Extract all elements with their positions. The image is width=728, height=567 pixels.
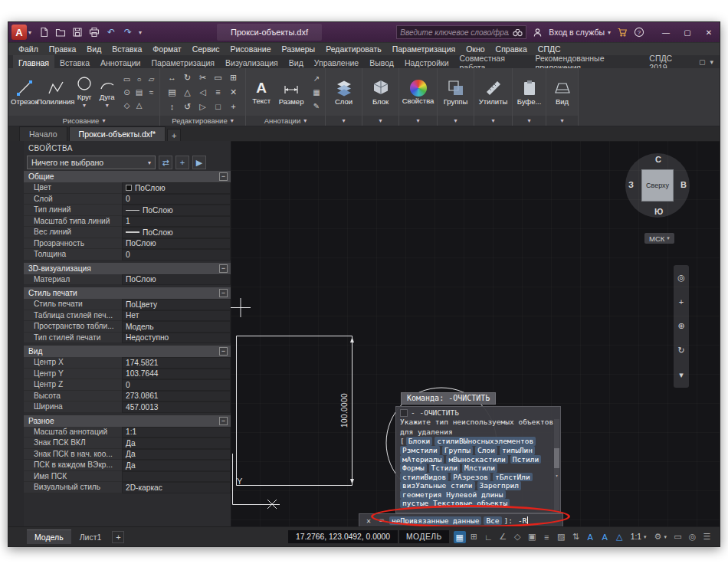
tab-annotate[interactable]: Аннотации bbox=[95, 55, 146, 68]
block-button[interactable]: Блок bbox=[365, 70, 396, 114]
command-option[interactable]: Зарегприл bbox=[477, 481, 521, 490]
collapse-icon[interactable]: − bbox=[219, 417, 228, 425]
grid-icon[interactable]: ▦ bbox=[454, 531, 466, 543]
explode-tool-icon[interactable]: ▷ bbox=[195, 100, 210, 113]
view-panel-label[interactable]: ▾ bbox=[546, 116, 578, 126]
property-row[interactable]: Знак ПСК в нач. коо... Да bbox=[24, 449, 231, 460]
command-option[interactable]: Группы bbox=[442, 446, 473, 455]
viewcube-east[interactable]: В bbox=[680, 180, 687, 189]
layout-tab-list1[interactable]: Лист1 bbox=[72, 530, 110, 544]
clipboard-panel-label[interactable]: ▾ bbox=[513, 116, 546, 126]
property-row[interactable]: Имя ПСК bbox=[24, 471, 231, 483]
orbit-icon[interactable]: ↻ bbox=[677, 346, 684, 356]
circle-tool-button[interactable]: Круг ▾ bbox=[74, 70, 96, 114]
select-objects-icon[interactable]: + bbox=[175, 156, 189, 169]
chevron-down-icon[interactable]: ▾ bbox=[106, 102, 109, 110]
isolate-objects-icon[interactable]: ◎ bbox=[686, 532, 699, 542]
menu-view[interactable]: Вид bbox=[81, 43, 107, 55]
tab-output[interactable]: Вывод bbox=[364, 55, 399, 68]
layers-panel-label[interactable]: ▾ bbox=[326, 116, 362, 126]
command-option[interactable]: Млстили bbox=[462, 464, 497, 473]
modify-panel-label[interactable]: Редактирование ▾ bbox=[160, 116, 245, 126]
zoom-icon[interactable]: ⊕ bbox=[677, 321, 684, 331]
clipboard-button[interactable]: Буфе... bbox=[515, 70, 543, 114]
groups-button[interactable]: Группы bbox=[440, 70, 471, 114]
collapse-icon[interactable]: − bbox=[219, 264, 228, 273]
drawing-canvas[interactable]: Y 100.0000 Сверху С З В Ю МСК ▾ ◎ + ⊕ ↻ bbox=[231, 141, 720, 526]
polar-icon[interactable]: ∠ bbox=[497, 532, 510, 542]
ortho-icon[interactable]: ∟ bbox=[482, 533, 495, 542]
chevron-down-icon[interactable]: ▾ bbox=[83, 102, 86, 110]
command-option[interactable]: Тстили bbox=[429, 464, 460, 473]
tab-featured-apps[interactable]: Рекомендованные приложения bbox=[530, 55, 644, 68]
tab-spds[interactable]: СПДС 2019 bbox=[644, 55, 693, 68]
collapse-icon[interactable]: − bbox=[219, 172, 228, 181]
collapse-icon[interactable]: − bbox=[219, 289, 228, 297]
rectangle-tool-icon[interactable]: ▭ bbox=[121, 73, 133, 85]
app-menu-button[interactable]: A ▾ bbox=[11, 25, 31, 40]
navigation-wheel-icon[interactable]: ◎ bbox=[677, 273, 685, 283]
quick-select-icon[interactable]: ▶ bbox=[192, 156, 206, 169]
navbar-more-icon[interactable]: ▾ bbox=[679, 370, 684, 380]
property-row[interactable]: Тип стилей печати Недоступно bbox=[24, 333, 231, 344]
annotation-monitor-icon[interactable]: △ bbox=[613, 532, 626, 542]
command-option[interactable]: Слои bbox=[475, 446, 497, 455]
scroll-down-icon[interactable]: ▾ bbox=[554, 471, 559, 480]
command-option[interactable]: Блоки bbox=[406, 437, 433, 446]
command-option[interactable]: визУальные стили bbox=[400, 481, 475, 490]
workspace-switch-button[interactable]: ⚙ ▾ bbox=[651, 532, 670, 542]
annotate-panel-label[interactable]: Аннотации ▾ bbox=[246, 116, 325, 126]
utilities-button[interactable]: Утилиты bbox=[477, 70, 510, 114]
undo-icon[interactable]: ↶ bbox=[105, 26, 117, 38]
menu-insert[interactable]: Вставка bbox=[107, 43, 147, 55]
property-row[interactable]: Знак ПСК ВКЛ Да bbox=[24, 438, 231, 449]
copy-tool-icon[interactable]: ▭ bbox=[211, 70, 225, 84]
command-option[interactable]: стилиВЫносныхэлементов bbox=[435, 437, 536, 446]
array-tool-icon[interactable]: ⊞ bbox=[226, 70, 241, 84]
app-store-cart-icon[interactable] bbox=[617, 27, 628, 38]
property-row[interactable]: Пространство табли... Модель bbox=[24, 321, 231, 333]
menu-dimension[interactable]: Размеры bbox=[277, 43, 321, 55]
scrollbar-thumb[interactable] bbox=[554, 448, 559, 468]
move-tool-icon[interactable]: ↔ bbox=[165, 70, 179, 84]
lineweight-icon[interactable]: ≡ bbox=[540, 533, 553, 542]
chamfer-tool-icon[interactable]: ◁ bbox=[195, 85, 210, 99]
fillet-tool-icon[interactable]: △ bbox=[180, 85, 195, 99]
wcs-dropdown[interactable]: МСК ▾ bbox=[644, 233, 674, 244]
property-row[interactable]: Масштаб типа линий 1 bbox=[24, 216, 231, 228]
command-input[interactable]: -R bbox=[518, 516, 526, 525]
autoscale-icon[interactable]: А bbox=[598, 533, 612, 542]
command-option[interactable]: Формы bbox=[400, 464, 427, 473]
tab-collaborate[interactable]: Совместная работа bbox=[454, 55, 530, 68]
properties-panel-label[interactable]: ▾ bbox=[399, 116, 437, 126]
ribbon-minimize-arrow-icon[interactable]: ▾ bbox=[710, 58, 713, 66]
join-tool-icon[interactable]: + bbox=[226, 100, 241, 113]
model-space-button[interactable]: МОДЕЛЬ bbox=[399, 530, 449, 543]
property-row[interactable]: Визуальный стиль 2D-каркас bbox=[24, 482, 231, 493]
line-tool-button[interactable]: Отрезок bbox=[11, 70, 38, 114]
property-row[interactable]: Стиль печати ПоЦвету bbox=[24, 299, 231, 310]
model-tab[interactable]: Модель bbox=[27, 529, 71, 544]
menu-parametric[interactable]: Параметризация bbox=[387, 43, 461, 55]
section-header[interactable]: Стиль печати − bbox=[24, 287, 231, 299]
trim-tool-icon[interactable]: ✂ bbox=[195, 70, 210, 84]
dimension-tool-button[interactable]: Размер bbox=[275, 70, 307, 114]
menu-file[interactable]: Файл bbox=[13, 43, 44, 55]
viewcube-north[interactable]: С bbox=[655, 155, 661, 164]
property-row[interactable]: Таблица стилей печ... Нет bbox=[24, 310, 231, 322]
quick-properties-icon[interactable]: ▭ bbox=[671, 532, 684, 542]
new-drawing-button[interactable]: + bbox=[167, 129, 181, 141]
property-row[interactable]: Центр Y 103.7644 bbox=[24, 369, 231, 380]
command-option[interactable]: стилиВидов bbox=[400, 473, 448, 482]
ribbon-minimize-icon[interactable]: ▢ bbox=[699, 58, 706, 66]
rotate-tool-icon[interactable]: ↻ bbox=[180, 70, 195, 84]
isodraft-icon[interactable]: ◇ bbox=[511, 532, 524, 542]
tab-manage[interactable]: Управление bbox=[309, 55, 364, 68]
polygon-tool-icon[interactable]: ◇ bbox=[121, 99, 133, 111]
search-input[interactable] bbox=[400, 28, 509, 37]
close-icon[interactable]: ✕ bbox=[363, 516, 374, 525]
property-row[interactable]: Слой 0 bbox=[24, 194, 231, 205]
property-row[interactable]: Прозрачность ПоСлою bbox=[24, 238, 231, 250]
section-header[interactable]: Общие − bbox=[24, 171, 231, 182]
property-row[interactable]: Высота 273.0861 bbox=[24, 391, 231, 402]
